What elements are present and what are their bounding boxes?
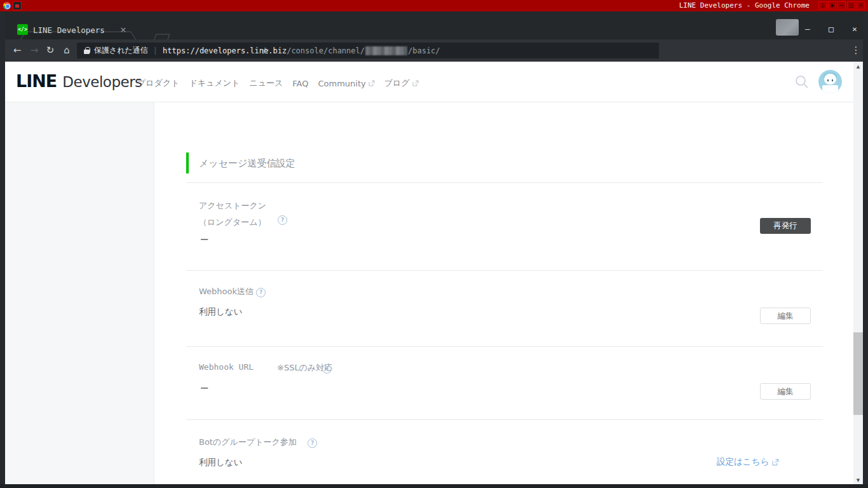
nav-blog[interactable]: ブログ — [384, 78, 419, 89]
scroll-up-icon[interactable]: ▲ — [853, 64, 863, 69]
avatar-head — [824, 74, 836, 85]
chrome-logo-icon — [3, 2, 11, 10]
address-bar[interactable]: 保護された通信 | https://developers.line.biz/co… — [77, 43, 659, 58]
logo-developers-text: Developers — [62, 74, 142, 90]
scrollbar-track[interactable] — [853, 62, 863, 484]
row-divider — [186, 270, 823, 271]
webhook-send-value: 利用しない — [199, 306, 242, 318]
browser-menu-icon[interactable]: ⋮ — [851, 44, 861, 56]
wm-minimize-icon[interactable]: – — [837, 1, 846, 10]
site-logo[interactable]: LINE Developers — [16, 71, 142, 91]
bot-group-label: Botのグループトーク参加 — [199, 437, 297, 448]
scrollbar-thumb[interactable] — [853, 332, 863, 415]
external-link-icon — [772, 459, 779, 466]
row-divider — [186, 182, 823, 183]
redacted-extensions-area[interactable] — [665, 41, 837, 60]
tab-strip — [5, 11, 863, 39]
nav-products[interactable]: プロダクト — [137, 78, 180, 89]
help-icon[interactable]: ? — [308, 438, 317, 448]
nav-faq[interactable]: FAQ — [292, 79, 308, 88]
nav-documents[interactable]: ドキュメント — [189, 78, 240, 89]
wm-close-icon[interactable]: × — [857, 1, 865, 10]
window-minimize-button[interactable]: – — [802, 24, 813, 34]
wm-stick-icon[interactable]: ◆ — [828, 1, 836, 10]
window-close-button[interactable]: × — [849, 24, 860, 34]
bookmark-star-icon[interactable]: ☆ — [261, 45, 269, 57]
wm-titlebar: LINE Developers - Google Chrome ○ ◆ – □ … — [0, 0, 868, 11]
secure-connection-label: 保護された通信 — [94, 45, 148, 56]
webhook-url-value: ー — [200, 383, 209, 395]
tab-title[interactable]: LINE Developers — [33, 25, 105, 35]
section-accent-bar — [186, 152, 189, 173]
access-token-value: ー — [200, 234, 209, 246]
window-frame-left — [0, 11, 5, 488]
tab-close-icon[interactable]: × — [118, 25, 128, 34]
external-link-icon — [369, 80, 375, 86]
redacted-channel-id — [365, 46, 407, 55]
webhook-url-edit-button[interactable]: 編集 — [760, 383, 811, 400]
section-title: メッセージ送受信設定 — [199, 158, 295, 170]
reissue-button[interactable]: 再発行 — [760, 218, 811, 234]
window-frame-bottom — [0, 484, 868, 488]
row-divider — [186, 419, 823, 420]
url-path-suffix: /basic/ — [408, 46, 440, 55]
wm-title: LINE Developers - Google Chrome — [679, 1, 810, 10]
help-icon[interactable]: ? — [322, 364, 332, 374]
bot-group-value: 利用しない — [199, 457, 242, 468]
help-icon[interactable]: ? — [278, 215, 287, 225]
logo-line-text: LINE — [16, 71, 57, 91]
reload-icon[interactable]: ↻ — [44, 44, 57, 56]
webhook-send-edit-button[interactable]: 編集 — [760, 308, 811, 324]
forward-icon: → — [28, 44, 41, 56]
help-icon[interactable]: ? — [256, 288, 266, 297]
window-frame-right — [863, 11, 868, 488]
nav-community[interactable]: Community — [318, 79, 374, 88]
url-separator: | — [153, 46, 158, 55]
nav-news[interactable]: ニュース — [249, 78, 283, 89]
webhook-url-label: Webhook URL — [199, 362, 254, 372]
main-nav: プロダクト ドキュメント ニュース FAQ Community ブログ — [137, 78, 419, 89]
back-icon[interactable]: ← — [11, 44, 24, 56]
home-icon[interactable]: ⌂ — [60, 44, 73, 56]
wm-maximize-icon[interactable]: □ — [847, 1, 855, 10]
avatar[interactable] — [818, 70, 842, 93]
webhook-send-label: Webhook送信 — [199, 286, 254, 297]
row-divider — [186, 346, 823, 347]
sidebar — [5, 102, 154, 484]
redacted-profile-badge — [776, 19, 799, 36]
settings-here-link[interactable]: 設定はこちら — [717, 456, 779, 468]
tab-favicon-icon: </> — [17, 24, 28, 35]
access-token-label-line2: （ロングターム） — [199, 217, 266, 228]
external-link-icon — [412, 80, 419, 86]
lock-icon — [84, 47, 90, 54]
window-menu-icon[interactable] — [13, 1, 22, 10]
wm-shade-icon[interactable]: ○ — [818, 1, 827, 10]
url-path-prefix: /console/channel/ — [287, 46, 365, 55]
window-maximize-button[interactable]: □ — [825, 24, 837, 34]
search-icon[interactable] — [795, 75, 809, 89]
scroll-down-icon[interactable]: ▼ — [853, 478, 863, 483]
access-token-label: アクセストークン — [199, 200, 266, 212]
